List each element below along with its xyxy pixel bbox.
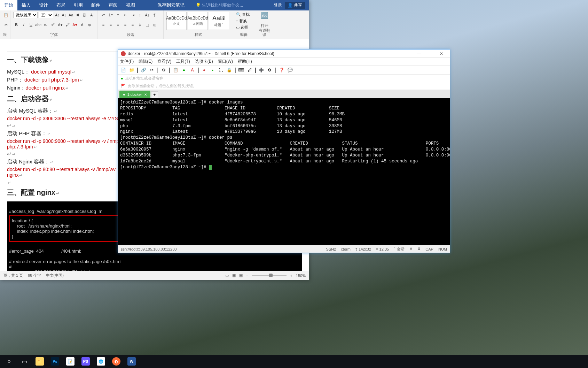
down-arrow-icon[interactable]: ⬇	[417, 247, 421, 251]
tab-close-icon[interactable]: ✕	[144, 93, 147, 97]
style-normal[interactable]: AaBbCcDd正文	[166, 12, 187, 30]
numbering-icon[interactable]: 1≡	[108, 12, 114, 18]
chrome-icon[interactable]: 🌐	[94, 356, 108, 367]
login-button[interactable]: 登录	[274, 2, 282, 8]
tab-mail[interactable]: 邮件	[87, 0, 104, 10]
paste-icon[interactable]: ●	[181, 67, 187, 73]
share-button[interactable]: 👤 共享	[285, 2, 305, 9]
highlight-icon[interactable]: 🖍	[246, 67, 253, 73]
italic-button[interactable]: I	[21, 22, 27, 28]
find-icon[interactable]: A	[189, 67, 195, 73]
word-taskbar-icon[interactable]: W	[125, 356, 139, 367]
new-session-icon[interactable]: 📄	[120, 67, 126, 73]
terminal[interactable]: [root@iZ2ze07m6anme3oeyl28tuZ ~]# docker…	[118, 98, 450, 245]
increase-indent-icon[interactable]: ⇥	[130, 12, 136, 18]
distributed-icon[interactable]: ≡	[130, 22, 136, 28]
text-direction-icon[interactable]: ↕	[137, 12, 143, 18]
properties-icon[interactable]: ⚙	[160, 67, 167, 73]
photoshop-icon[interactable]: Ps	[48, 356, 62, 367]
minimize-button[interactable]: —	[414, 50, 425, 57]
print-layout-icon[interactable]: ▦	[232, 273, 236, 278]
web-layout-icon[interactable]: ▤	[239, 273, 243, 278]
lock-icon[interactable]: 🔒	[226, 67, 233, 73]
explorer-icon[interactable]: 📁	[33, 356, 47, 367]
style-no-spacing[interactable]: AaBbCcDd无间隔	[188, 12, 208, 30]
open-icon[interactable]: 📁	[128, 67, 135, 73]
strike-button[interactable]: abc	[35, 22, 41, 28]
menu-help[interactable]: 帮助(H)	[238, 59, 252, 64]
replace-button[interactable]: ↕ 替换	[236, 18, 251, 24]
menu-view[interactable]: 查看(V)	[157, 59, 171, 64]
language[interactable]: 中文(中国)	[46, 273, 64, 278]
align-left-icon[interactable]: ≡	[100, 22, 107, 28]
select-button[interactable]: ▭ 选择	[236, 25, 251, 30]
translate-icon[interactable]: 🔤	[257, 12, 272, 20]
add-icon[interactable]: ➕	[258, 67, 265, 73]
justify-icon[interactable]: ≡	[122, 22, 128, 28]
menu-tools[interactable]: 工具(T)	[176, 59, 190, 64]
decrease-indent-icon[interactable]: ⇤	[122, 12, 128, 18]
tab-references[interactable]: 引用	[70, 0, 87, 10]
start-button[interactable]: ○	[2, 356, 16, 367]
multilevel-icon[interactable]: ≡	[115, 12, 121, 18]
up-arrow-icon[interactable]: ⬆	[409, 247, 413, 251]
font-size-select[interactable]: 五号	[39, 12, 53, 18]
postman-icon[interactable]: ◐	[109, 356, 123, 367]
bullets-icon[interactable]: •≡	[100, 12, 107, 18]
tell-me-search[interactable]: 💡 告诉我您想要做什么...	[196, 2, 243, 8]
enclose-char-icon[interactable]: ⊕	[86, 22, 93, 28]
xshell-titlebar[interactable]: docker - root@iZ2ze07m6anme3oeyl28tuZ:~ …	[118, 49, 450, 58]
tab-layout[interactable]: 布局	[52, 0, 70, 10]
sort-icon[interactable]: A↓	[144, 12, 150, 18]
subscript-button[interactable]: x₂	[42, 22, 49, 28]
highlight-icon[interactable]: 🖍	[64, 22, 71, 28]
phpstorm-icon[interactable]: PS	[79, 356, 93, 367]
paste-button[interactable]: 📋	[3, 12, 9, 18]
settings-icon[interactable]: ⚙	[267, 67, 273, 73]
close-button[interactable]: ✕	[436, 50, 447, 57]
zoom-level[interactable]: 150%	[296, 274, 306, 278]
tab-review[interactable]: 审阅	[104, 0, 122, 10]
maximize-button[interactable]: ☐	[425, 50, 436, 57]
font-color-icon[interactable]: A▾	[72, 22, 78, 28]
show-marks-icon[interactable]: ¶	[151, 12, 158, 18]
zoom-slider[interactable]	[252, 275, 287, 276]
cut-button[interactable]: ✂	[3, 22, 9, 28]
new-tab-button[interactable]: +	[151, 91, 158, 98]
underline-button[interactable]: U	[28, 22, 34, 28]
menu-window[interactable]: 窗口(W)	[218, 59, 233, 64]
menu-tabs[interactable]: 选项卡(B)	[195, 59, 213, 64]
tab-view[interactable]: 视图	[122, 0, 139, 10]
style-heading1[interactable]: AaBl标题 1	[209, 12, 229, 30]
grow-font-icon[interactable]: A↑	[54, 12, 60, 18]
text-effects-icon[interactable]: A▾	[57, 22, 63, 28]
copy-icon[interactable]: 📋	[172, 67, 179, 73]
disconnect-icon[interactable]: ✂	[149, 67, 155, 73]
shading-icon[interactable]: ▢	[144, 22, 150, 28]
char-border-icon[interactable]: A	[88, 12, 94, 18]
menu-file[interactable]: 文件(F)	[120, 59, 134, 64]
find-button[interactable]: 🔍 查找	[236, 12, 251, 17]
change-case-icon[interactable]: Aa	[68, 12, 74, 18]
clear-format-icon[interactable]: ✖	[75, 12, 81, 18]
zoom-in[interactable]: +	[290, 274, 292, 278]
session-tab-docker[interactable]: ● 1 docker ✕	[119, 91, 150, 98]
xagent-icon[interactable]: ▪	[210, 67, 216, 73]
word-count[interactable]: 98 个字	[28, 273, 41, 278]
borders-icon[interactable]: ⊞	[151, 22, 158, 28]
reconnect-icon[interactable]: 🔗	[140, 67, 147, 73]
page-count[interactable]: 页，共 1 页	[3, 273, 23, 278]
line-spacing-icon[interactable]: ‡	[137, 22, 143, 28]
tab-home[interactable]: 开始	[0, 0, 17, 10]
tab-insert[interactable]: 插入	[17, 0, 35, 10]
xshell-address-bar[interactable]: ● 主机IP地址或会话名称	[118, 75, 450, 82]
char-shading-icon[interactable]: A	[79, 22, 85, 28]
menu-edit[interactable]: 编辑(E)	[139, 59, 152, 64]
phonetic-icon[interactable]: 拼	[82, 12, 88, 18]
xftp-icon[interactable]: ●	[201, 67, 207, 73]
superscript-button[interactable]: x²	[50, 22, 56, 28]
tab-design[interactable]: 设计	[35, 0, 52, 10]
help-icon[interactable]: ❓	[279, 67, 285, 73]
align-center-icon[interactable]: ≡	[108, 22, 114, 28]
fullscreen-icon[interactable]: ⛶	[218, 67, 224, 73]
